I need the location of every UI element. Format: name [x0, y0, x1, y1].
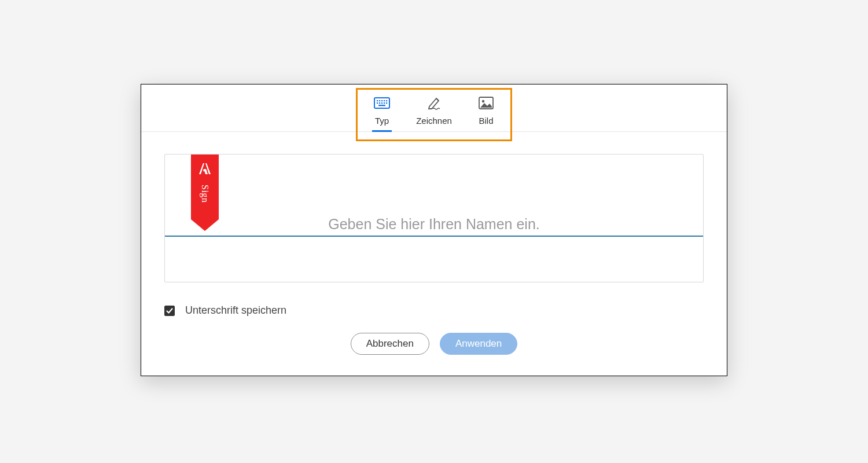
save-signature-checkbox[interactable] — [164, 306, 175, 316]
tab-type-label: Typ — [375, 116, 389, 126]
svg-rect-7 — [379, 102, 380, 104]
ribbon-body: Sign — [191, 155, 219, 219]
check-icon — [165, 307, 174, 315]
svg-rect-2 — [379, 100, 380, 101]
save-signature-row: Unterschrift speichern — [141, 291, 727, 320]
signature-name-input[interactable] — [165, 216, 703, 233]
svg-rect-1 — [377, 100, 378, 101]
tab-image-label: Bild — [479, 116, 493, 126]
svg-rect-11 — [378, 105, 385, 106]
dialog-buttons: Abbrechen Anwenden — [141, 320, 727, 376]
svg-rect-4 — [384, 100, 385, 101]
ribbon-text: Sign — [200, 185, 210, 203]
svg-rect-9 — [384, 102, 385, 104]
signature-panel: Sign — [164, 154, 704, 282]
image-icon — [479, 96, 494, 110]
signature-tabs: Typ Zeichnen Bild — [141, 84, 727, 132]
signature-content: Sign — [141, 132, 727, 291]
cancel-button[interactable]: Abbrechen — [351, 333, 429, 355]
tab-active-underline — [372, 130, 392, 132]
adobe-logo-icon — [197, 161, 212, 179]
signature-line — [165, 236, 703, 237]
keyboard-icon — [374, 96, 390, 110]
tab-image[interactable]: Bild — [460, 84, 512, 131]
svg-rect-8 — [381, 102, 382, 104]
pen-icon — [426, 96, 442, 110]
svg-rect-10 — [386, 102, 387, 104]
tab-type[interactable]: Typ — [356, 84, 408, 131]
tab-draw-label: Zeichnen — [416, 116, 452, 126]
save-signature-label: Unterschrift speichern — [185, 304, 286, 317]
svg-point-13 — [482, 100, 484, 102]
svg-rect-6 — [377, 102, 378, 104]
signature-dialog: Typ Zeichnen Bild — [141, 84, 727, 376]
svg-rect-5 — [386, 100, 387, 101]
tab-draw[interactable]: Zeichnen — [408, 84, 460, 131]
svg-rect-3 — [381, 100, 382, 101]
apply-button[interactable]: Anwenden — [440, 333, 517, 355]
